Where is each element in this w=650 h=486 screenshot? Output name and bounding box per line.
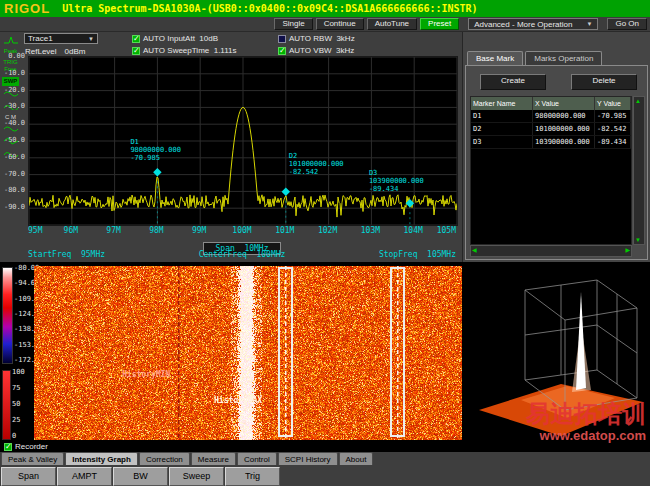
tab-scpi-history[interactable]: SCPI History	[278, 452, 338, 465]
selection-rectangle[interactable]	[390, 267, 405, 437]
marker-table-header: Marker NameX ValueY Value	[471, 97, 631, 110]
x-axis-label: 103M	[361, 226, 380, 235]
y-axis-label: -10.0	[4, 69, 25, 77]
x-axis-label: 98M	[149, 226, 163, 235]
tab-marks-operation[interactable]: Marks Operation	[525, 51, 602, 66]
scroll-right-icon[interactable]: ▶	[625, 247, 630, 253]
recorder-label: Recorder	[15, 442, 48, 451]
tab-about[interactable]: About	[339, 452, 374, 465]
table-row[interactable]: D3103900000.000-89.434	[471, 136, 631, 149]
toolbar: Single Continue AutoTune Preset Advanced…	[0, 17, 650, 32]
y-axis-label: -70.0	[4, 170, 25, 178]
y-axis-label: -20.0	[4, 86, 25, 94]
auto-vbw-checkbox[interactable]: AUTO VBW 3kHz	[278, 46, 354, 55]
table-header-cell: Marker Name	[471, 97, 533, 110]
start-freq-readout: StartFreq 95MHz	[28, 250, 105, 259]
tab-bw[interactable]: BW	[113, 467, 168, 486]
watermark-text: 易迪拓培训	[526, 398, 646, 430]
trace-controls: Trace1 ▼ RefLevel0dBm AUTO InputAtt 10dB…	[24, 33, 460, 56]
advanced-operation-dropdown[interactable]: Advanced - More Operation ▼	[468, 18, 598, 30]
x-axis-label: 96M	[64, 226, 78, 235]
rigol-logo: RIGOL	[4, 1, 50, 16]
density-label: 100	[12, 368, 25, 376]
density-label: 25	[12, 416, 20, 424]
ref-level-readout: RefLevel0dBm	[25, 47, 85, 56]
marker-readout: D3103900000.000-89.434	[369, 169, 424, 193]
marker-y-value: -70.985	[130, 154, 181, 162]
bottom-tab-bar: Peak & ValleyIntensity GraphCorrectionMe…	[0, 452, 650, 486]
x-axis-label: 99M	[192, 226, 206, 235]
table-row[interactable]: D198000000.000-70.985	[471, 110, 631, 123]
intensity-graph-section: -80.00-94.67-109.33-124.00-138.67-153.33…	[0, 262, 650, 452]
auto-rbw-checkbox[interactable]: AUTO RBW 3kHz	[278, 34, 355, 43]
x-axis-label: 104M	[404, 226, 423, 235]
marker-y-value: -82.542	[289, 168, 344, 176]
auto-inputatt-checkbox[interactable]: AUTO InputAtt 10dB	[132, 34, 218, 43]
y-axis-label: -90.0	[4, 203, 25, 211]
ref-level-value: 0dBm	[65, 47, 86, 56]
tab-intensity-graph[interactable]: Intensity Graph	[65, 452, 138, 465]
x-axis-label: 100M	[232, 226, 251, 235]
x-axis-labels: 95M96M97M98M99M100M101M102M103M104M105M	[28, 226, 458, 236]
table-cell: -89.434	[595, 136, 631, 148]
density-label: 50	[12, 400, 20, 408]
tab-trig[interactable]: Trig	[225, 467, 280, 486]
go-on-button[interactable]: Go On	[607, 18, 647, 30]
table-cell: D3	[471, 136, 533, 148]
checkbox-icon	[278, 35, 286, 43]
preset-button[interactable]: Preset	[420, 18, 459, 30]
freq-row: StartFreq 95MHz CenterFreq 100MHz StopFr…	[28, 250, 456, 259]
scroll-left-icon[interactable]: ◀	[472, 247, 477, 253]
autotune-button[interactable]: AutoTune	[367, 18, 417, 30]
density-label: 0	[12, 432, 16, 440]
tab-ampt[interactable]: AMPT	[57, 467, 112, 486]
checkbox-label: AUTO VBW 3kHz	[289, 46, 354, 55]
table-cell: 98000000.000	[533, 110, 595, 122]
auto-sweeptime-checkbox[interactable]: AUTO SweepTime 1.111s	[132, 46, 237, 55]
table-row[interactable]: D2101000000.000-82.542	[471, 123, 631, 136]
y-axis-label: -30.0	[4, 102, 25, 110]
function-tabs: SpanAMPTBWSweepTrig	[1, 467, 281, 486]
horizontal-scrollbar[interactable]: ◀ ▶	[470, 245, 632, 257]
marker-readout: D2101000000.000-82.542	[289, 152, 344, 176]
delete-marker-button[interactable]: Delete	[571, 74, 637, 90]
scroll-down-icon[interactable]: ▼	[635, 237, 641, 243]
table-cell: 103900000.000	[533, 136, 595, 148]
ref-level-label: RefLevel	[25, 47, 57, 56]
table-cell: D2	[471, 123, 533, 135]
window-title: Ultra Spectrum-DSA1030A-(USB0::0x0400::0…	[62, 3, 477, 14]
continue-button[interactable]: Continue	[316, 18, 364, 30]
tab-span[interactable]: Span	[1, 467, 56, 486]
checkbox-label: AUTO InputAtt 10dB	[143, 34, 218, 43]
marker-name: D1	[130, 138, 181, 146]
marker-panel: Base MarkMarks Operation Create Delete M…	[462, 32, 650, 262]
checkbox-icon	[132, 35, 140, 43]
title-bar: RIGOL Ultra Spectrum-DSA1030A-(USB0::0x0…	[0, 0, 650, 17]
checkbox-icon	[4, 443, 12, 451]
intensity-colorbar	[2, 267, 13, 364]
create-marker-button[interactable]: Create	[480, 74, 546, 90]
tab-correction[interactable]: Correction	[139, 452, 190, 465]
checkbox-label: AUTO RBW 3kHz	[289, 34, 355, 43]
tab-peak-valley[interactable]: Peak & Valley	[1, 452, 64, 465]
recorder-checkbox[interactable]: Recorder	[4, 442, 48, 451]
y-axis-label: -80.0	[4, 186, 25, 194]
tab-sweep[interactable]: Sweep	[169, 467, 224, 486]
history-max-label: HistoryMAX	[214, 396, 262, 405]
y-axis-label: -50.0	[4, 136, 25, 144]
x-axis-label: 105M	[437, 226, 456, 235]
checkbox-label: AUTO SweepTime 1.111s	[143, 46, 237, 55]
checkbox-icon	[278, 47, 286, 55]
trace-select[interactable]: Trace1 ▼	[24, 33, 98, 44]
scroll-up-icon[interactable]: ▲	[635, 98, 641, 104]
tab-measure[interactable]: Measure	[191, 452, 236, 465]
chevron-down-icon: ▼	[88, 36, 94, 42]
selection-rectangle[interactable]	[278, 267, 293, 437]
density-label: 75	[12, 384, 20, 392]
peak-icon	[4, 36, 18, 44]
single-button[interactable]: Single	[274, 18, 312, 30]
tab-base-mark[interactable]: Base Mark	[467, 51, 523, 66]
chevron-down-icon: ▼	[586, 21, 592, 27]
vertical-scrollbar[interactable]: ▲ ▼	[633, 96, 645, 245]
tab-control[interactable]: Control	[237, 452, 277, 465]
